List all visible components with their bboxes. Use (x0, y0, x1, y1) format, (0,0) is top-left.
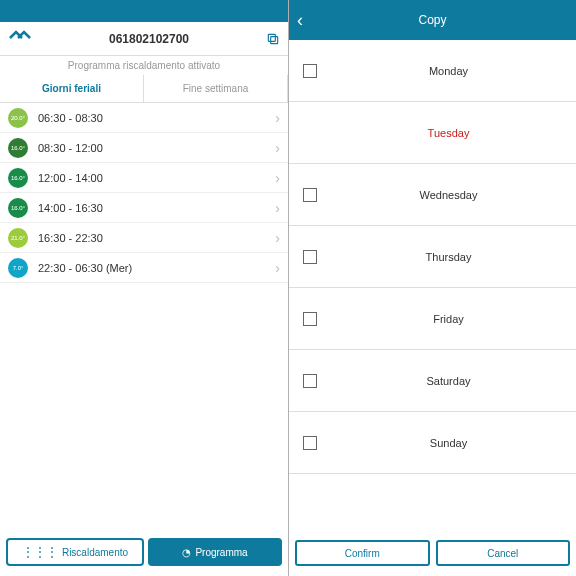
confirm-button[interactable]: Confirm (295, 540, 430, 566)
copy-screen: ‹ Copy MondayTuesdayWednesdayThursdayFri… (288, 0, 576, 576)
device-id: 061802102700 (32, 32, 266, 46)
bottom-bar: ⋮⋮⋮ Riscaldamento ◔ Programma (6, 538, 282, 566)
tab-weekdays[interactable]: Giorni feriali (0, 75, 144, 102)
day-label: Wednesday (335, 189, 562, 201)
statusbar (0, 0, 288, 22)
day-row[interactable]: Monday (289, 40, 576, 102)
program-button[interactable]: ◔ Programma (148, 538, 282, 566)
time-range: 08:30 - 12:00 (38, 142, 275, 154)
temp-badge: 16.0° (8, 198, 28, 218)
schedule-list: 20.0°06:30 - 08:30›16.0°08:30 - 12:00›16… (0, 103, 288, 283)
day-checkbox[interactable] (303, 312, 317, 326)
action-bar: Confirm Cancel (295, 540, 570, 566)
time-range: 16:30 - 22:30 (38, 232, 275, 244)
copy-header: ‹ Copy (289, 0, 576, 40)
day-label: Sunday (335, 437, 562, 449)
day-label: Thursday (335, 251, 562, 263)
back-icon[interactable]: ‹ (297, 10, 303, 31)
day-row[interactable]: Sunday (289, 412, 576, 474)
day-label: Monday (335, 65, 562, 77)
schedule-row[interactable]: 21.0°16:30 - 22:30› (0, 223, 288, 253)
clock-icon: ◔ (182, 547, 191, 558)
time-range: 06:30 - 08:30 (38, 112, 275, 124)
day-label: Tuesday (335, 127, 562, 139)
day-checkbox[interactable] (303, 374, 317, 388)
temp-badge: 7.0° (8, 258, 28, 278)
copy-title: Copy (418, 13, 446, 27)
schedule-row[interactable]: 16.0°12:00 - 14:00› (0, 163, 288, 193)
time-range: 12:00 - 14:00 (38, 172, 275, 184)
schedule-screen: 061802102700 Programma riscaldamento att… (0, 0, 288, 576)
temp-badge: 16.0° (8, 168, 28, 188)
svg-rect-0 (271, 36, 278, 43)
chevron-right-icon: › (275, 140, 280, 156)
schedule-row[interactable]: 16.0°08:30 - 12:00› (0, 133, 288, 163)
day-checkbox[interactable] (303, 250, 317, 264)
day-row[interactable]: Saturday (289, 350, 576, 412)
days-list: MondayTuesdayWednesdayThursdayFridaySatu… (289, 40, 576, 474)
schedule-row[interactable]: 7.0°22:30 - 06:30 (Mer)› (0, 253, 288, 283)
chevron-right-icon: › (275, 230, 280, 246)
day-tabs: Giorni feriali Fine settimana (0, 75, 288, 103)
chevron-right-icon: › (275, 170, 280, 186)
chevron-right-icon: › (275, 110, 280, 126)
program-label: Programma (195, 547, 247, 558)
heating-icon: ⋮⋮⋮ (22, 545, 58, 559)
svg-rect-1 (268, 34, 275, 41)
temp-badge: 20.0° (8, 108, 28, 128)
time-range: 22:30 - 06:30 (Mer) (38, 262, 275, 274)
temp-badge: 21.0° (8, 228, 28, 248)
program-status: Programma riscaldamento attivato (0, 56, 288, 75)
schedule-row[interactable]: 20.0°06:30 - 08:30› (0, 103, 288, 133)
chevron-right-icon: › (275, 260, 280, 276)
heating-button[interactable]: ⋮⋮⋮ Riscaldamento (6, 538, 144, 566)
cancel-button[interactable]: Cancel (436, 540, 571, 566)
copy-icon[interactable] (266, 32, 280, 46)
temp-badge: 16.0° (8, 138, 28, 158)
home-icon[interactable] (8, 27, 32, 51)
day-row[interactable]: Thursday (289, 226, 576, 288)
day-checkbox[interactable] (303, 188, 317, 202)
schedule-row[interactable]: 16.0°14:00 - 16:30› (0, 193, 288, 223)
day-checkbox[interactable] (303, 436, 317, 450)
day-label: Saturday (335, 375, 562, 387)
header: 061802102700 (0, 22, 288, 56)
chevron-right-icon: › (275, 200, 280, 216)
day-label: Friday (335, 313, 562, 325)
day-checkbox[interactable] (303, 64, 317, 78)
day-row[interactable]: Wednesday (289, 164, 576, 226)
tab-weekend[interactable]: Fine settimana (144, 75, 288, 102)
day-row[interactable]: Tuesday (289, 102, 576, 164)
time-range: 14:00 - 16:30 (38, 202, 275, 214)
day-row[interactable]: Friday (289, 288, 576, 350)
heating-label: Riscaldamento (62, 547, 128, 558)
